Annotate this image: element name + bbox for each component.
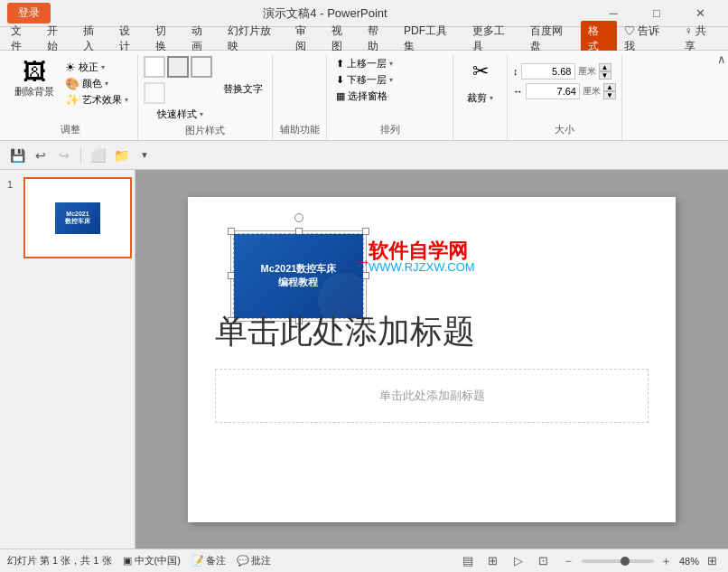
thumb-content: Mc2021数控车床	[29, 183, 126, 253]
pic-style-4[interactable]	[144, 82, 165, 104]
width-icon: ↔	[513, 86, 523, 97]
arrange-group-title: 排列	[380, 121, 400, 138]
pic-style-3[interactable]	[191, 56, 212, 78]
remove-bg-icon: 🖼	[23, 60, 46, 83]
pic-style-1[interactable]	[144, 56, 165, 78]
ribbon-group-size: ↕ 厘米 ▲ ▼ ↔ 厘米 ▲ ▼ 大小	[508, 54, 622, 140]
toolbar-more-button[interactable]: ▼	[135, 145, 154, 165]
slideshow-view-button[interactable]: ⊡	[535, 552, 553, 570]
outline-view-button[interactable]: ⊞	[484, 552, 502, 570]
normal-view-button[interactable]: ▤	[459, 552, 477, 570]
ribbon-group-adjust: 🖼 删除背景 ☀ 校正 ▾ 🎨 颜色 ▾ ✨	[4, 54, 138, 140]
toolbar-separator	[80, 147, 81, 164]
ribbon-group-assist: 辅助功能	[273, 54, 327, 140]
slide-info: 幻灯片 第 1 张，共 1 张	[7, 554, 112, 567]
slide-thumbnail[interactable]: Mc2021数控车床	[23, 177, 132, 258]
select-pane-icon: ▦	[336, 90, 345, 102]
brand-url: WWW.RJZXW.COM	[369, 260, 475, 274]
subtitle-placeholder[interactable]: 单击此处添加副标题	[215, 369, 649, 423]
reading-view-button[interactable]: ▷	[509, 552, 527, 570]
save-button[interactable]: 💾	[7, 145, 27, 165]
slide-panel: 1 Mc2021数控车床	[0, 170, 135, 549]
color-button[interactable]: 🎨 颜色 ▾	[61, 76, 132, 91]
title-text: 演示文稿4 - PowerPoint	[58, 5, 593, 22]
slide-number: 1	[7, 179, 13, 190]
new-slide-button[interactable]: ⬜	[88, 145, 107, 165]
zoom-in-button[interactable]: ＋	[658, 552, 676, 570]
ribbon-collapse-button[interactable]: ∧	[717, 52, 726, 66]
zoom-out-button[interactable]: －	[560, 552, 578, 570]
art-effect-button[interactable]: ✨ 艺术效果 ▾	[61, 92, 132, 108]
menu-bar: 文件 开始 插入 设计 切换 动画 幻灯片放映 审阅 视图 帮助 PDF工具集 …	[0, 27, 728, 51]
zoom-slider[interactable]	[582, 559, 654, 563]
notes-icon: 📝	[191, 555, 204, 567]
status-bar: 幻灯片 第 1 张，共 1 张 ▣ 中文(中国) 📝 备注 💬 批注 ▤ ⊞ ▷…	[0, 549, 728, 572]
crop-button[interactable]: ✂	[461, 56, 500, 87]
select-pane-button[interactable]: ▦ 选择窗格	[332, 89, 391, 104]
spell-icon: ▣	[123, 555, 132, 567]
remove-bg-button[interactable]: 🖼 删除背景	[9, 56, 60, 102]
ribbon-group-picstyle: 快速样式 ▾ 替换文字 图片样式	[138, 54, 273, 140]
ribbon-group-crop: ✂ 裁剪 ▾	[453, 54, 508, 140]
width-down-button[interactable]: ▼	[603, 91, 616, 99]
crop-dropdown[interactable]: 裁剪 ▾	[463, 90, 497, 106]
redo-button[interactable]: ↪	[54, 145, 74, 165]
main-area: 1 Mc2021数控车床	[0, 170, 728, 549]
subtitle-text: 单击此处添加副标题	[379, 388, 485, 404]
ribbon: 🖼 删除背景 ☀ 校正 ▾ 🎨 颜色 ▾ ✨	[0, 51, 728, 141]
ribbon-group-arrange: ⬆ 上移一层 ▾ ⬇ 下移一层 ▾ ▦ 选择窗格 排列	[327, 54, 453, 140]
adjust-group-title: 调整	[61, 121, 80, 138]
undo-button[interactable]: ↩	[31, 145, 51, 165]
open-button[interactable]: 📁	[111, 145, 131, 165]
height-icon: ↕	[513, 66, 518, 77]
notes-button[interactable]: 📝 备注	[191, 554, 226, 567]
move-up-icon: ⬆	[336, 58, 344, 70]
picstyle-group-title: 图片样式	[185, 122, 225, 139]
language-indicator: ▣ 中文(中国)	[123, 554, 181, 567]
rotate-handle[interactable]	[294, 213, 303, 222]
height-up-button[interactable]: ▲	[599, 63, 611, 71]
image-text-line1: Mc2021数控车床	[261, 262, 337, 276]
size-group-title: 大小	[555, 121, 574, 138]
crop-icon: ✂	[472, 60, 489, 83]
width-input[interactable]	[526, 83, 580, 99]
art-icon: ✨	[65, 93, 79, 107]
zoom-thumb	[621, 557, 630, 566]
width-up-button[interactable]: ▲	[603, 83, 616, 91]
comments-button[interactable]: 💬 批注	[237, 554, 271, 567]
move-down-icon: ⬇	[336, 74, 344, 86]
comments-icon: 💬	[237, 555, 249, 567]
move-down-button[interactable]: ⬇ 下移一层 ▾	[332, 72, 397, 88]
slide-canvas: Mc2021数控车床 编程教程 ← 软件自学网 WWW.RJZXW.COM 单击…	[188, 197, 676, 522]
fit-slide-button[interactable]: ⊞	[703, 552, 721, 570]
pic-style-2[interactable]	[167, 56, 189, 78]
correct-button[interactable]: ☀ 校正 ▾	[61, 60, 132, 75]
height-input[interactable]	[521, 63, 575, 80]
height-down-button[interactable]: ▼	[599, 71, 611, 80]
zoom-level: 48%	[679, 556, 699, 567]
move-up-button[interactable]: ⬆ 上移一层 ▾	[332, 56, 397, 71]
title-placeholder[interactable]: 单击此处添加标题	[215, 305, 649, 360]
color-icon: 🎨	[65, 77, 79, 90]
title-text: 单击此处添加标题	[215, 310, 475, 354]
quick-style-button[interactable]: 快速样式 ▾	[154, 107, 207, 122]
handle-tr[interactable]	[362, 228, 369, 235]
assist-group-title: 辅助功能	[280, 121, 320, 138]
toolbar: 💾 ↩ ↪ ⬜ 📁 ▼	[0, 141, 728, 170]
replace-text-button[interactable]: 替换文字	[219, 81, 266, 97]
canvas-area: Mc2021数控车床 编程教程 ← 软件自学网 WWW.RJZXW.COM 单击…	[135, 170, 728, 549]
correct-icon: ☀	[65, 61, 76, 74]
